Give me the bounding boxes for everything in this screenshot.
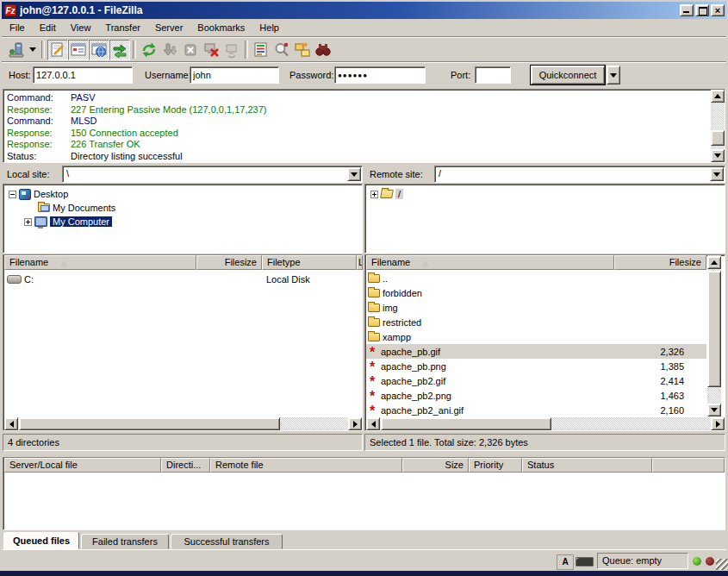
tab-queued-files[interactable]: Queued files bbox=[3, 532, 79, 549]
scroll-down-button[interactable] bbox=[707, 404, 721, 416]
column-header-filename[interactable]: Filename bbox=[4, 255, 196, 270]
remote-file-row[interactable]: *apache_pb2.gif2,414 bbox=[366, 373, 706, 388]
scroll-right-button[interactable] bbox=[348, 417, 362, 430]
title-bar[interactable]: Fz john@127.0.0.1 - FileZilla × bbox=[2, 2, 726, 19]
remote-file-row[interactable]: *apache_pb2.png1,463 bbox=[366, 388, 706, 403]
find-files-button[interactable] bbox=[313, 40, 333, 60]
scroll-up-button[interactable] bbox=[707, 256, 721, 269]
window-bottom-frame bbox=[0, 571, 728, 576]
menu-server[interactable]: Server bbox=[148, 21, 190, 34]
scroll-down-button[interactable] bbox=[711, 149, 725, 162]
local-site-dropdown-button[interactable] bbox=[347, 167, 361, 181]
toggle-transfer-queue-button[interactable] bbox=[109, 40, 130, 60]
site-manager-button[interactable] bbox=[6, 40, 27, 60]
menu-edit[interactable]: Edit bbox=[33, 21, 63, 34]
menu-bookmarks[interactable]: Bookmarks bbox=[190, 21, 252, 34]
menu-view[interactable]: View bbox=[64, 21, 98, 34]
menu-help[interactable]: Help bbox=[252, 21, 286, 34]
scroll-thumb[interactable] bbox=[711, 130, 725, 146]
remote-file-row[interactable]: .. bbox=[366, 271, 706, 285]
tree-item-root[interactable]: / bbox=[370, 187, 403, 201]
remote-file-row[interactable]: *apache_pb2_ani.gif2,160 bbox=[366, 403, 706, 417]
column-header-blank[interactable] bbox=[652, 458, 725, 473]
remote-file-row[interactable]: forbidden bbox=[366, 285, 706, 300]
led-red-icon bbox=[706, 557, 714, 566]
column-header-truncated[interactable]: L bbox=[357, 255, 363, 270]
column-header-remote-file[interactable]: Remote file bbox=[210, 458, 402, 473]
remote-site-dropdown-button[interactable] bbox=[710, 167, 724, 181]
port-input[interactable] bbox=[475, 66, 511, 84]
scroll-thumb[interactable] bbox=[707, 271, 721, 387]
column-header-status[interactable]: Status bbox=[522, 458, 652, 473]
remote-file-row[interactable]: restricted bbox=[366, 315, 706, 329]
menu-transfer[interactable]: Transfer bbox=[98, 21, 147, 34]
password-input[interactable] bbox=[334, 66, 426, 84]
refresh-button[interactable] bbox=[139, 40, 159, 60]
local-site-combo[interactable]: \ bbox=[62, 166, 363, 183]
minimize-icon bbox=[683, 11, 689, 13]
column-header-server-local-file[interactable]: Server/Local file bbox=[4, 458, 161, 473]
scroll-right-button[interactable] bbox=[711, 417, 725, 430]
column-header-priority[interactable]: Priority bbox=[469, 458, 522, 473]
expand-icon[interactable] bbox=[24, 218, 32, 226]
remote-file-row-selected[interactable]: *apache_pb.gif2,326 bbox=[366, 344, 706, 359]
username-input[interactable] bbox=[190, 66, 279, 84]
led-green-icon bbox=[693, 557, 701, 566]
process-queue-button[interactable] bbox=[159, 40, 180, 60]
cancel-button[interactable] bbox=[180, 40, 201, 60]
quickconnect-button[interactable]: Quickconnect bbox=[531, 66, 605, 85]
filename: forbidden bbox=[383, 288, 422, 298]
arrow-right-icon bbox=[353, 421, 358, 428]
toggle-message-log-button[interactable] bbox=[47, 40, 68, 60]
remote-vscrollbar[interactable] bbox=[707, 255, 721, 416]
collapse-icon[interactable] bbox=[9, 191, 16, 198]
scroll-thumb[interactable] bbox=[19, 417, 280, 430]
resize-grip[interactable] bbox=[716, 559, 728, 570]
speedlimit-indicator-icon[interactable] bbox=[576, 557, 594, 567]
column-header-direction[interactable]: Directi... bbox=[161, 458, 210, 473]
tab-failed-transfers[interactable]: Failed transfers bbox=[81, 534, 169, 549]
local-hscrollbar[interactable] bbox=[4, 417, 362, 430]
column-header-filesize[interactable]: Filesize bbox=[614, 255, 706, 270]
remote-site-combo[interactable]: / bbox=[434, 166, 725, 183]
process-queue-icon bbox=[161, 41, 178, 59]
scroll-left-button[interactable] bbox=[366, 417, 380, 430]
transfer-type-indicator-icon[interactable]: A bbox=[557, 554, 574, 570]
tab-successful-transfers[interactable]: Successful transfers bbox=[171, 534, 283, 549]
remote-file-row[interactable]: *apache_pb.png1,385 bbox=[366, 359, 706, 373]
disconnect-button[interactable] bbox=[201, 40, 221, 60]
tree-item-my-documents[interactable]: My Documents bbox=[38, 201, 115, 215]
column-header-filesize[interactable]: Filesize bbox=[196, 255, 262, 270]
remote-file-row[interactable]: img bbox=[366, 300, 706, 315]
toolbar-separator bbox=[133, 41, 136, 59]
directory-comparison-button[interactable] bbox=[271, 40, 292, 60]
scroll-up-button[interactable] bbox=[711, 90, 725, 103]
filesize: 2,160 bbox=[660, 405, 684, 416]
close-button[interactable]: × bbox=[711, 4, 725, 16]
log-scrollbar[interactable] bbox=[711, 90, 725, 162]
scroll-left-button[interactable] bbox=[4, 417, 18, 430]
scroll-thumb[interactable] bbox=[381, 417, 551, 430]
quickconnect-bar: Host: Username: Password: Port: Quickcon… bbox=[2, 63, 726, 88]
expand-icon[interactable] bbox=[370, 191, 378, 198]
column-header-size[interactable]: Size bbox=[402, 458, 469, 473]
host-input[interactable] bbox=[33, 66, 133, 84]
quickconnect-dropdown-button[interactable] bbox=[607, 66, 620, 85]
remote-hscrollbar[interactable] bbox=[366, 417, 725, 430]
local-file-row[interactable]: C: Local Disk bbox=[5, 272, 360, 286]
remote-file-row[interactable]: xampp bbox=[366, 329, 706, 344]
toggle-remote-tree-button[interactable] bbox=[89, 40, 109, 60]
menu-file[interactable]: File bbox=[3, 21, 32, 34]
column-header-filename[interactable]: Filename bbox=[366, 255, 614, 270]
synchronized-browsing-button[interactable] bbox=[292, 40, 313, 60]
site-manager-dropdown-button[interactable] bbox=[27, 40, 39, 60]
toggle-local-tree-button[interactable] bbox=[68, 40, 89, 60]
maximize-button[interactable] bbox=[695, 4, 709, 16]
tree-item-my-computer[interactable]: My Computer bbox=[24, 215, 112, 229]
tree-item-desktop[interactable]: Desktop bbox=[9, 187, 68, 201]
minimize-button[interactable] bbox=[680, 4, 694, 16]
reconnect-button[interactable] bbox=[221, 40, 242, 60]
directory-filters-button[interactable] bbox=[251, 40, 271, 60]
column-header-filetype[interactable]: Filetype bbox=[262, 255, 357, 270]
tree-label: My Documents bbox=[53, 203, 115, 213]
